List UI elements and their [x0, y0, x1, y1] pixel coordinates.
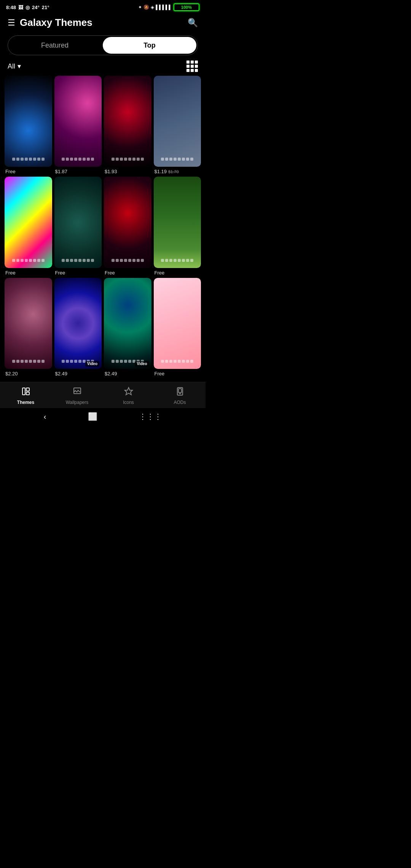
status-left: 8:48 🖼 ◎ 24° 21° — [6, 5, 49, 10]
nav-item-themes[interactable]: Themes — [0, 387, 51, 405]
location-icon: ◈ — [151, 5, 154, 10]
theme-price-8: Free — [154, 270, 201, 276]
theme-grid: Free$1.87$1.93$1.19$1.70FreeFreeFreeFree… — [0, 76, 206, 377]
theme-card-11[interactable]: Video$2.49 — [104, 278, 151, 377]
svg-rect-0 — [22, 388, 25, 395]
nav-label-icons: Icons — [123, 400, 134, 405]
theme-price-4: $1.19$1.70 — [154, 169, 201, 174]
video-badge: Video — [85, 361, 99, 367]
theme-price-1: Free — [5, 169, 52, 174]
back-button[interactable]: ‹ — [44, 412, 46, 421]
grid-view-toggle[interactable] — [186, 61, 198, 72]
aods-icon — [175, 387, 185, 398]
nav-item-aods[interactable]: AODs — [154, 387, 206, 405]
svg-rect-1 — [26, 388, 29, 391]
video-badge: Video — [135, 361, 149, 367]
menu-icon[interactable]: ☰ — [8, 18, 15, 28]
wallpapers-icon — [73, 387, 82, 398]
nav-label-themes: Themes — [17, 400, 34, 405]
theme-price-7: Free — [104, 270, 151, 276]
theme-card-4[interactable]: $1.19$1.70 — [154, 76, 201, 174]
signal-icon: ▌▌▌▌▌ — [156, 5, 172, 10]
theme-card-9[interactable]: $2.20 — [5, 278, 52, 377]
svg-rect-6 — [178, 389, 182, 393]
bottom-nav: ThemesWallpapersIconsAODs — [0, 382, 206, 408]
home-indicator: ‹ ⬜ ⋮⋮⋮ — [0, 408, 206, 425]
nav-label-wallpapers: Wallpapers — [66, 400, 89, 405]
theme-card-5[interactable]: Free — [5, 177, 52, 275]
filter-row: All ▾ — [0, 61, 206, 76]
temp: 24° — [32, 5, 40, 10]
app-title: Galaxy Themes — [20, 17, 183, 29]
nav-item-wallpapers[interactable]: Wallpapers — [51, 387, 103, 405]
theme-price-3: $1.93 — [104, 169, 151, 174]
time: 8:48 — [6, 5, 16, 10]
nav-label-aods: AODs — [174, 400, 186, 405]
theme-card-8[interactable]: Free — [154, 177, 201, 275]
recents-button[interactable]: ⋮⋮⋮ — [139, 412, 162, 421]
svg-rect-2 — [26, 392, 29, 395]
mute-icon: 🔕 — [143, 5, 149, 10]
theme-card-12[interactable]: Free — [154, 278, 201, 377]
icons-icon — [124, 387, 133, 398]
theme-price-10: $2.49 — [54, 371, 102, 377]
theme-card-6[interactable]: Free — [54, 177, 102, 275]
theme-price-2: $1.87 — [54, 169, 102, 174]
theme-card-3[interactable]: $1.93 — [104, 76, 151, 174]
theme-card-7[interactable]: Free — [104, 177, 151, 275]
theme-price-12: Free — [154, 371, 201, 377]
tab-featured[interactable]: Featured — [8, 36, 102, 55]
tab-bar: Featured Top — [8, 35, 198, 55]
theme-price-9: $2.20 — [5, 371, 52, 377]
theme-card-1[interactable]: Free — [5, 76, 52, 174]
status-bar: 8:48 🖼 ◎ 24° 21° ✦ 🔕 ◈ ▌▌▌▌▌ 100% — [0, 0, 206, 14]
theme-price-11: $2.49 — [104, 371, 151, 377]
photo-icon: 🖼 — [18, 5, 23, 10]
themes-icon — [21, 387, 30, 398]
search-icon[interactable]: 🔍 — [188, 18, 198, 28]
temp2: 21° — [42, 5, 49, 10]
top-bar: ☰ Galaxy Themes 🔍 — [0, 14, 206, 32]
bluetooth-icon: ✦ — [138, 5, 142, 10]
status-right: ✦ 🔕 ◈ ▌▌▌▌▌ 100% — [138, 5, 199, 10]
home-button[interactable]: ⬜ — [88, 412, 97, 421]
chevron-down-icon: ▾ — [18, 62, 21, 70]
tab-top[interactable]: Top — [103, 37, 196, 54]
timer-icon: ◎ — [25, 5, 30, 10]
nav-item-icons[interactable]: Icons — [103, 387, 154, 405]
theme-card-10[interactable]: Video$2.49 — [54, 278, 102, 377]
theme-price-5: Free — [5, 270, 52, 276]
theme-price-6: Free — [54, 270, 102, 276]
filter-all-dropdown[interactable]: All ▾ — [8, 62, 21, 70]
battery-text: 100% — [174, 5, 199, 10]
theme-card-2[interactable]: $1.87 — [54, 76, 102, 174]
svg-marker-4 — [125, 388, 132, 395]
